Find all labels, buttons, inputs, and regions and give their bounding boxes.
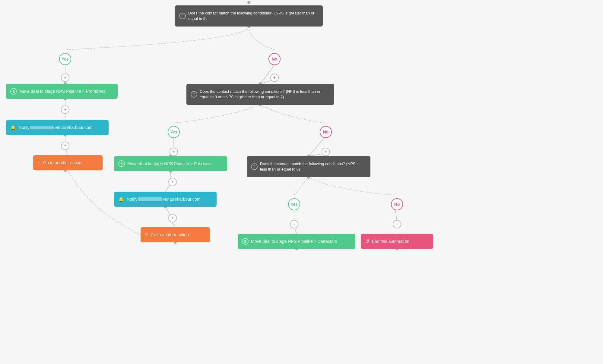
bell1-icon: 🔔 xyxy=(10,125,16,130)
condition3-text: Does the contact match the following con… xyxy=(260,161,366,172)
dollar2-icon: $ xyxy=(118,160,125,167)
plus7-label: + xyxy=(171,179,174,185)
notify1-domain: ventureharbour.com xyxy=(55,125,93,130)
plus9-label: + xyxy=(293,221,296,228)
question2-icon: ? xyxy=(191,91,197,98)
add-action-plus7[interactable]: + xyxy=(168,178,177,186)
goto2-node[interactable]: ⑂ Go to another action xyxy=(141,227,210,242)
plus4-label: + xyxy=(64,143,67,149)
goto1-icon: ⑂ xyxy=(37,160,41,166)
add-action-plus2[interactable]: + xyxy=(270,74,279,82)
no3-label: No xyxy=(394,202,400,207)
move-deal-promoters-node[interactable]: $ Move deal to stage NPS Pipeline > Prom… xyxy=(6,84,118,99)
condition3-node[interactable]: ? Does the contact match the following c… xyxy=(247,156,370,177)
plus3-label: + xyxy=(64,107,67,113)
add-action-plus3[interactable]: + xyxy=(61,105,69,114)
add-action-plus6[interactable]: + xyxy=(322,148,330,156)
notify2-node[interactable]: 🔔 Notify ventureharbour.com xyxy=(114,192,217,207)
question3-icon: ? xyxy=(251,163,258,170)
refresh-icon: ↺ xyxy=(365,238,370,245)
plus8-label: + xyxy=(171,215,174,221)
no1-branch[interactable]: No xyxy=(268,53,281,65)
move-deal-passives-text: Move deal to stage NPS Pipeline > Passiv… xyxy=(127,161,211,166)
add-action-plus1[interactable]: + xyxy=(61,74,69,82)
notify2-domain: ventureharbour.com xyxy=(163,197,201,202)
bell2-icon: 🔔 xyxy=(118,196,124,202)
dollar3-icon: $ xyxy=(242,238,249,245)
notify1-node[interactable]: 🔔 Notify ventureharbour.com xyxy=(6,120,109,135)
condition2-text: Does the contact match the following con… xyxy=(200,89,330,100)
add-action-plus8[interactable]: + xyxy=(168,214,177,222)
notify1-text: Notify xyxy=(19,125,30,130)
no2-label: No xyxy=(323,130,329,134)
plus6-label: + xyxy=(324,149,328,155)
svg-line-16 xyxy=(309,154,324,156)
add-action-plus9[interactable]: + xyxy=(290,220,298,228)
condition2-node[interactable]: ? Does the contact match the following c… xyxy=(186,84,334,105)
add-action-plus5[interactable]: + xyxy=(170,148,178,156)
move-deal-detractors-node[interactable]: $ Move deal to stage NPS Pipeline > Detr… xyxy=(238,234,355,249)
notify1-redacted xyxy=(30,126,54,129)
plus10-label: + xyxy=(395,221,399,228)
yes2-branch[interactable]: Yes xyxy=(168,126,180,138)
yes3-label: Yes xyxy=(290,202,298,207)
svg-point-21 xyxy=(247,1,250,4)
goto1-node[interactable]: ⑂ Go to another action xyxy=(33,155,103,170)
plus1-label: + xyxy=(64,75,67,81)
move-deal-detractors-text: Move deal to stage NPS Pipeline > Detrac… xyxy=(251,239,337,244)
notify2-text: Notify xyxy=(127,197,138,202)
plus2-label: + xyxy=(273,75,276,81)
no2-branch[interactable]: No xyxy=(320,126,332,138)
notify2-redacted xyxy=(138,197,162,201)
add-action-plus10[interactable]: + xyxy=(393,220,401,228)
root-condition-node[interactable]: ? Does the contact match the following c… xyxy=(175,5,323,27)
no1-label: No xyxy=(272,57,278,61)
root-condition-text: Does the contact match the following con… xyxy=(188,11,319,21)
automation-canvas: ? Does the contact match the following c… xyxy=(0,0,603,364)
no3-branch[interactable]: No xyxy=(391,198,403,210)
add-action-plus4[interactable]: + xyxy=(61,142,69,150)
goto2-icon: ⑂ xyxy=(145,232,148,238)
goto2-text: Go to another action xyxy=(151,232,189,237)
move-deal-promoters-text: Move deal to stage NPS Pipeline > Promot… xyxy=(19,89,105,94)
plus5-label: + xyxy=(172,149,176,155)
connector-lines xyxy=(0,0,603,364)
yes1-label: Yes xyxy=(62,57,69,61)
question-icon: ? xyxy=(179,13,186,19)
goto1-text: Go to another action xyxy=(43,160,81,165)
yes3-branch[interactable]: Yes xyxy=(288,198,300,210)
end-automation-node[interactable]: ↺ End this automation xyxy=(361,234,433,249)
end-automation-text: End this automation xyxy=(372,239,409,244)
yes1-branch[interactable]: Yes xyxy=(59,53,71,65)
move-deal-passives-node[interactable]: $ Move deal to stage NPS Pipeline > Pass… xyxy=(114,156,227,171)
dollar-icon: $ xyxy=(10,88,17,95)
yes2-label: Yes xyxy=(170,130,177,134)
